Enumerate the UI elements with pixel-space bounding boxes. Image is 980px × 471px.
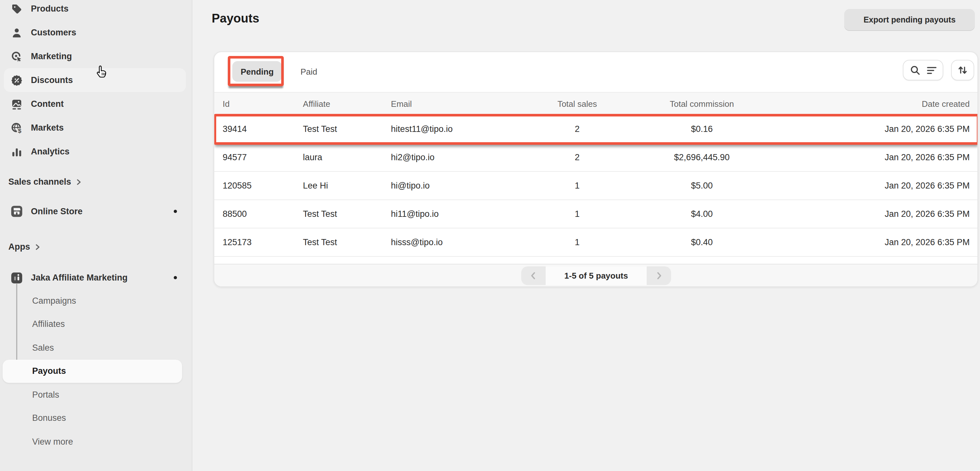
image-icon [10,97,23,110]
sidebar-item-label: Marketing [31,51,72,61]
sort-button[interactable] [951,60,974,80]
svg-text:$: $ [18,127,22,134]
sidebar: Products Customers Marketing Discounts [0,0,192,471]
cell-date-created: Jan 20, 2026 6:35 PM [791,153,977,162]
cell-total-commission: $5.00 [612,181,791,191]
cell-date-created: Jan 20, 2026 6:35 PM [791,181,977,191]
tab-paid[interactable]: Paid [294,61,324,82]
column-header-id: Id [214,99,303,108]
tab-pending[interactable]: Pending [232,61,282,82]
pagination: 1-5 of 5 payouts [521,266,671,285]
cell-total-commission: $4.00 [612,209,791,219]
payouts-card: Pending Paid [214,51,978,287]
cell-affiliate: Test Test [303,237,391,247]
sidebar-item-customers[interactable]: Customers [4,21,186,45]
sidebar-item-label: Analytics [31,147,70,156]
sidebar-item-jaka-app[interactable]: Jaka Affiliate Marketing [4,266,186,290]
cell-date-created: Jan 20, 2026 6:35 PM [791,209,977,219]
pagination-prev-button[interactable] [521,266,546,285]
table-row[interactable]: 120585 Lee Hi hi@tipo.io 1 $5.00 Jan 20,… [214,172,977,200]
cell-affiliate: Test Test [303,209,391,219]
column-header-date-created: Date created [791,99,977,108]
tab-pending-label: Pending [241,67,274,76]
sidebar-item-label: Content [31,99,64,109]
page-title: Payouts [212,11,259,26]
export-pending-payouts-button[interactable]: Export pending payouts [844,9,975,31]
apps-header[interactable]: Apps [8,242,41,251]
cell-id: 39414 [214,124,303,134]
sales-channels-label: Sales channels [8,177,71,186]
sub-item-label: Portals [32,390,59,399]
sort-arrows-icon [958,65,968,75]
app-logo-icon [10,271,23,284]
sub-item-label: Bonuses [32,414,66,423]
magnifier-icon [910,65,921,76]
sub-item-label: Sales [32,343,54,353]
cell-id: 88500 [214,209,303,219]
chevron-right-icon [76,178,81,185]
sidebar-item-bonuses[interactable]: Bonuses [0,406,192,430]
cell-email: hisss@tipo.io [391,237,542,247]
cell-total-commission: $0.40 [612,237,791,247]
column-header-email: Email [391,99,542,108]
table-row[interactable]: 88500 Test Test hi11@tipo.io 1 $4.00 Jan… [214,200,977,228]
pagination-label: 1-5 of 5 payouts [546,266,647,285]
sidebar-item-content[interactable]: Content [4,92,186,116]
cell-total-sales: 1 [542,181,612,191]
chevron-right-icon [35,243,41,250]
globe-dollar-icon: $ [10,121,23,134]
sidebar-item-label: Customers [31,28,76,37]
cell-id: 125173 [214,237,303,247]
cell-total-commission: $2,696,445.90 [612,153,791,162]
chevron-right-icon [654,271,663,280]
person-icon [10,26,23,39]
sidebar-item-discounts[interactable]: Discounts [4,68,186,92]
table-body: 39414 Test Test hitest11@tipo.io 2 $0.16… [214,115,977,257]
cell-total-sales: 1 [542,237,612,247]
export-button-label: Export pending payouts [864,16,956,24]
cell-total-sales: 2 [542,153,612,162]
search-filter-button[interactable] [903,60,943,80]
cell-id: 120585 [214,181,303,191]
sidebar-item-payouts[interactable]: Payouts [3,360,182,383]
table-row[interactable]: 94577 laura hi2@tipo.io 2 $2,696,445.90 … [214,143,977,172]
sidebar-item-markets[interactable]: $ Markets [4,116,186,140]
cell-email: hi@tipo.io [391,181,542,191]
sidebar-item-portals[interactable]: Portals [0,383,192,406]
cell-email: hi2@tipo.io [391,153,542,162]
cell-total-sales: 1 [542,209,612,219]
tab-paid-label: Paid [301,67,317,76]
sub-item-label: Payouts [32,366,66,376]
cell-affiliate: Lee Hi [303,181,391,191]
sidebar-item-products[interactable]: Products [4,0,186,21]
table-row[interactable]: 39414 Test Test hitest11@tipo.io 2 $0.16… [214,115,977,143]
chevron-left-icon [529,271,538,280]
cell-date-created: Jan 20, 2026 6:35 PM [791,237,977,247]
sales-channels-header[interactable]: Sales channels [8,177,81,186]
pagination-next-button[interactable] [647,266,671,285]
table-footer: 1-5 of 5 payouts [214,264,977,286]
tag-icon [10,2,23,15]
cell-total-commission: $0.16 [612,124,791,134]
discount-badge-icon [10,74,23,86]
app-sub-nav: Campaigns Affiliates Sales Payouts Porta… [0,289,192,453]
cell-affiliate: Test Test [303,124,391,134]
app-window: Products Customers Marketing Discounts [0,0,980,471]
table-row[interactable]: 125173 Test Test hisss@tipo.io 1 $0.40 J… [214,228,977,257]
sidebar-item-campaigns[interactable]: Campaigns [0,289,192,312]
sidebar-item-view-more[interactable]: View more [0,430,192,453]
sidebar-item-analytics[interactable]: Analytics [4,140,186,164]
cell-email: hi11@tipo.io [391,209,542,219]
sidebar-item-affiliates[interactable]: Affiliates [0,312,192,336]
sidebar-item-sales[interactable]: Sales [0,336,192,360]
online-store-notification-dot [174,210,177,213]
cell-date-created: Jan 20, 2026 6:35 PM [791,124,977,134]
column-header-total-sales: Total sales [542,99,612,108]
cell-id: 94577 [214,153,303,162]
sidebar-item-online-store[interactable]: Online Store [4,199,186,223]
sidebar-item-marketing[interactable]: Marketing [4,45,186,68]
sidebar-item-label: Jaka Affiliate Marketing [31,273,128,282]
cell-total-sales: 2 [542,124,612,134]
table-header-row: Id Affiliate Email Total sales Total com… [214,92,977,115]
cell-email: hitest11@tipo.io [391,124,542,134]
